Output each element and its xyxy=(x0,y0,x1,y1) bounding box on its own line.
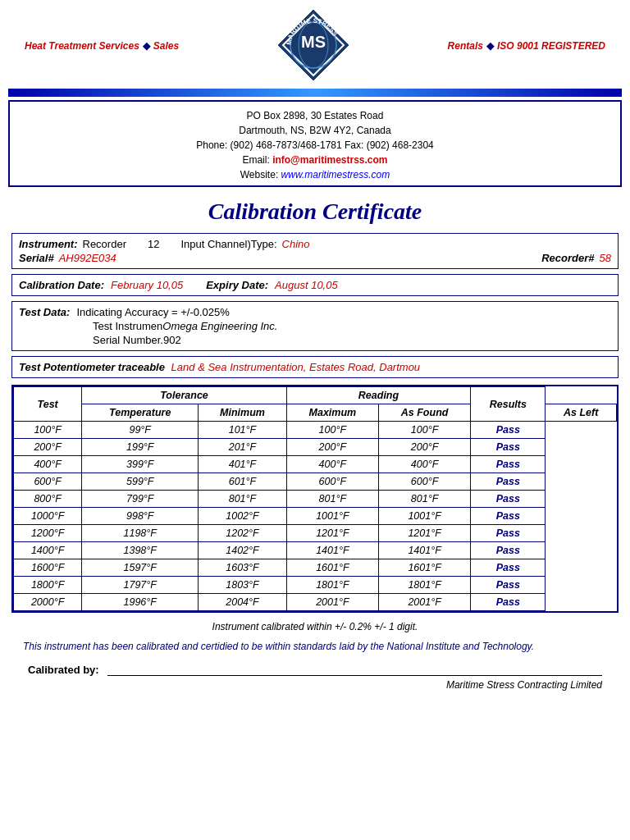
test-instrument-label: Test Instrumen xyxy=(93,320,162,332)
table-cell: 1800°F xyxy=(14,577,82,594)
table-cell: 1597°F xyxy=(82,559,199,577)
expiry-value: August 10,05 xyxy=(275,279,338,291)
blue-bar-top xyxy=(8,89,622,97)
table-cell: 1001°F xyxy=(378,508,470,525)
th-temperature: Temperature xyxy=(82,404,199,422)
svg-text:MS: MS xyxy=(301,33,326,51)
table-cell: 1797°F xyxy=(82,577,199,594)
address-phone: Phone: (902) 468-7873/468-1781 Fax: (902… xyxy=(10,138,620,153)
table-cell: 1200°F xyxy=(14,525,82,542)
table-cell: 600°F xyxy=(378,473,470,491)
table-cell: 400°F xyxy=(286,456,378,473)
table-cell: 1803°F xyxy=(199,577,287,594)
website-prefix: Website: xyxy=(240,169,281,180)
table-cell: 1400°F xyxy=(14,542,82,559)
result-cell: Pass xyxy=(471,473,546,491)
table-cell: 1002°F xyxy=(199,508,287,525)
table-row: 1200°F1198°F1202°F1201°F1201°FPass xyxy=(14,525,617,542)
address-line2: Dartmouth, NS, B2W 4Y2, Canada xyxy=(10,123,620,138)
calibration-table: Test Tolerance Reading Results Temperatu… xyxy=(11,385,619,613)
input-channel-value: Chino xyxy=(282,238,310,250)
sales-link[interactable]: Sales xyxy=(153,40,179,52)
table-cell: 1600°F xyxy=(14,559,82,577)
result-cell: Pass xyxy=(471,508,546,525)
footer-statement: This instrument has been calibrated and … xyxy=(11,637,619,655)
table-cell: 1603°F xyxy=(199,559,287,577)
th-results: Results xyxy=(471,387,546,422)
table-cell: 1401°F xyxy=(378,542,470,559)
table-cell: 1000°F xyxy=(14,508,82,525)
instrument-number: 12 xyxy=(148,238,159,250)
table-cell: 401°F xyxy=(199,456,287,473)
table-cell: 801°F xyxy=(199,491,287,508)
cal-date-value: February 10,05 xyxy=(111,279,183,291)
page: Heat Treatment Services ◆ Sales MS xyxy=(0,0,630,840)
th-reading: Reading xyxy=(286,387,470,404)
serial-number-label: Serial Number. xyxy=(93,334,163,346)
serial-value: AH992E034 xyxy=(59,252,116,264)
address-block: PO Box 2898, 30 Estates Road Dartmouth, … xyxy=(8,100,622,187)
table-cell: 201°F xyxy=(199,439,287,456)
iso-link[interactable]: ISO 9001 REGISTERED xyxy=(497,40,605,52)
table-row: 1600°F1597°F1603°F1601°F1601°FPass xyxy=(14,559,617,577)
calibration-note: Instrument calibrated within +/- 0.2% +/… xyxy=(11,621,619,632)
result-cell: Pass xyxy=(471,577,546,594)
table-cell: 1198°F xyxy=(82,525,199,542)
result-cell: Pass xyxy=(471,456,546,473)
th-test: Test xyxy=(14,387,82,422)
address-line1: PO Box 2898, 30 Estates Road xyxy=(10,108,620,123)
email-value: info@maritimestrss.com xyxy=(272,154,387,166)
table-cell: 2001°F xyxy=(378,594,470,611)
potentiometer-info: Test Potentiometer traceable Land & Sea … xyxy=(11,356,619,378)
table-cell: 2001°F xyxy=(286,594,378,611)
calibration-dates: Calibration Date: February 10,05 Expiry … xyxy=(11,274,619,296)
result-cell: Pass xyxy=(471,422,546,439)
result-cell: Pass xyxy=(471,542,546,559)
table-row: 100°F99°F101°F100°F100°FPass xyxy=(14,422,617,439)
result-cell: Pass xyxy=(471,559,546,577)
table-cell: 799°F xyxy=(82,491,199,508)
company-name: Maritime Stress Contracting Limited xyxy=(11,679,619,691)
th-maximum: Maximum xyxy=(286,404,378,422)
table-cell: 800°F xyxy=(14,491,82,508)
table-cell: 100°F xyxy=(14,422,82,439)
table-cell: 200°F xyxy=(286,439,378,456)
table-cell: 1201°F xyxy=(286,525,378,542)
table-row: 1000°F998°F1002°F1001°F1001°FPass xyxy=(14,508,617,525)
table-cell: 200°F xyxy=(378,439,470,456)
th-minimum: Minimum xyxy=(199,404,287,422)
expiry-label: Expiry Date: xyxy=(206,279,268,291)
table-cell: 1401°F xyxy=(286,542,378,559)
nav-left: Heat Treatment Services ◆ Sales xyxy=(25,40,179,52)
address-website: Website: www.maritimestress.com xyxy=(10,167,620,182)
table-cell: 1801°F xyxy=(378,577,470,594)
table-cell: 1001°F xyxy=(286,508,378,525)
table-cell: 99°F xyxy=(82,422,199,439)
potentiometer-label: Test Potentiometer traceable xyxy=(19,361,165,373)
test-data-label: Test Data: xyxy=(19,306,70,318)
table-cell: 1398°F xyxy=(82,542,199,559)
input-channel-label: Input Channel)Type: xyxy=(180,238,276,250)
heat-treatment-link[interactable]: Heat Treatment Services xyxy=(25,40,139,52)
table-cell: 1601°F xyxy=(378,559,470,577)
table-cell: 199°F xyxy=(82,439,199,456)
header: Heat Treatment Services ◆ Sales MS xyxy=(0,0,630,97)
result-cell: Pass xyxy=(471,439,546,456)
table-cell: 399°F xyxy=(82,456,199,473)
table-cell: 600°F xyxy=(14,473,82,491)
table-cell: 599°F xyxy=(82,473,199,491)
nav-bar: Heat Treatment Services ◆ Sales MS xyxy=(8,7,622,85)
table-cell: 101°F xyxy=(199,422,287,439)
table-cell: 100°F xyxy=(286,422,378,439)
table-row: 1800°F1797°F1803°F1801°F1801°FPass xyxy=(14,577,617,594)
table-cell: 1201°F xyxy=(378,525,470,542)
table-cell: 1601°F xyxy=(286,559,378,577)
table-cell: 200°F xyxy=(14,439,82,456)
recorder-label: Recorder# xyxy=(541,252,594,264)
table-cell: 601°F xyxy=(199,473,287,491)
calibrated-by-label: Calibrated by: xyxy=(28,664,99,676)
accuracy-value: Indicating Accuracy = +/-0.025% xyxy=(76,306,229,318)
result-cell: Pass xyxy=(471,594,546,611)
rentals-link[interactable]: Rentals xyxy=(448,40,483,52)
result-cell: Pass xyxy=(471,525,546,542)
